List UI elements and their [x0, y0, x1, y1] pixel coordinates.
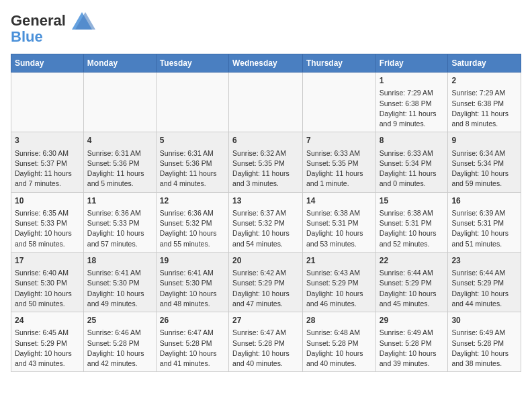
- calendar-week-2: 3Sunrise: 6:30 AMSunset: 5:37 PMDaylight…: [11, 132, 521, 192]
- day-number: 23: [451, 255, 517, 267]
- day-info: Daylight: 10 hours and 42 minutes.: [87, 349, 152, 369]
- day-info: Daylight: 10 hours and 41 minutes.: [160, 349, 225, 369]
- logo-general: General: [11, 12, 66, 29]
- day-info: Sunrise: 6:43 AM: [306, 268, 372, 278]
- day-number: 16: [451, 195, 517, 207]
- day-info: Sunset: 5:28 PM: [87, 338, 152, 349]
- day-info: Daylight: 11 hours and 0 minutes.: [380, 169, 445, 189]
- calendar-cell: 20Sunrise: 6:42 AMSunset: 5:29 PMDayligh…: [229, 252, 303, 312]
- day-info: Sunset: 6:38 PM: [451, 99, 517, 109]
- day-info: Sunrise: 6:46 AM: [87, 328, 152, 338]
- day-info: Sunset: 5:32 PM: [232, 218, 299, 228]
- calendar-cell: 6Sunrise: 6:32 AMSunset: 5:35 PMDaylight…: [229, 132, 303, 192]
- day-info: Daylight: 10 hours and 49 minutes.: [87, 289, 152, 309]
- day-info: Sunset: 5:28 PM: [306, 338, 372, 349]
- day-number: 27: [232, 315, 299, 326]
- day-info: Sunset: 5:36 PM: [160, 158, 225, 169]
- day-number: 2: [451, 75, 517, 87]
- day-info: Sunrise: 6:31 AM: [160, 148, 225, 158]
- day-info: Daylight: 10 hours and 47 minutes.: [232, 289, 299, 309]
- day-info: Daylight: 10 hours and 48 minutes.: [160, 289, 225, 309]
- calendar-cell: 7Sunrise: 6:33 AMSunset: 5:35 PMDaylight…: [302, 132, 375, 192]
- weekday-header-thursday: Thursday: [302, 54, 375, 73]
- day-info: Sunset: 5:31 PM: [306, 218, 372, 228]
- day-number: 15: [380, 195, 445, 207]
- calendar-cell: 14Sunrise: 6:38 AMSunset: 5:31 PMDayligh…: [302, 192, 375, 252]
- day-info: Sunrise: 6:38 AM: [380, 208, 445, 218]
- day-info: Sunrise: 6:42 AM: [232, 268, 299, 278]
- day-number: 4: [87, 135, 152, 146]
- day-number: 30: [451, 315, 517, 326]
- calendar-cell: 26Sunrise: 6:47 AMSunset: 5:28 PMDayligh…: [156, 312, 228, 372]
- calendar-cell: 16Sunrise: 6:39 AMSunset: 5:31 PMDayligh…: [448, 192, 521, 252]
- calendar-cell: 5Sunrise: 6:31 AMSunset: 5:36 PMDaylight…: [156, 132, 228, 192]
- day-info: Sunrise: 6:39 AM: [451, 208, 517, 218]
- day-info: Sunrise: 6:30 AM: [15, 148, 80, 158]
- day-number: 9: [451, 135, 517, 146]
- day-info: Daylight: 10 hours and 39 minutes.: [380, 349, 445, 369]
- day-info: Sunrise: 6:38 AM: [306, 208, 372, 218]
- day-info: Sunrise: 6:41 AM: [160, 268, 225, 278]
- day-info: Sunrise: 6:33 AM: [306, 148, 372, 158]
- day-info: Sunset: 5:31 PM: [380, 218, 445, 228]
- day-number: 5: [160, 135, 225, 146]
- calendar-cell: 27Sunrise: 6:47 AMSunset: 5:28 PMDayligh…: [229, 312, 303, 372]
- day-info: Sunrise: 6:49 AM: [451, 328, 517, 338]
- calendar-header: SundayMondayTuesdayWednesdayThursdayFrid…: [11, 54, 521, 73]
- calendar-cell: 13Sunrise: 6:37 AMSunset: 5:32 PMDayligh…: [229, 192, 303, 252]
- weekday-header-tuesday: Tuesday: [156, 54, 228, 73]
- day-info: Sunrise: 6:34 AM: [451, 148, 517, 158]
- day-info: Daylight: 10 hours and 53 minutes.: [306, 228, 372, 248]
- calendar-week-4: 17Sunrise: 6:40 AMSunset: 5:30 PMDayligh…: [11, 252, 521, 312]
- day-info: Sunset: 5:31 PM: [451, 218, 517, 228]
- weekday-header-saturday: Saturday: [448, 54, 521, 73]
- day-info: Daylight: 10 hours and 40 minutes.: [232, 349, 299, 369]
- day-info: Sunset: 5:29 PM: [451, 278, 517, 288]
- day-info: Sunset: 5:30 PM: [15, 278, 80, 288]
- day-info: Sunrise: 6:44 AM: [451, 268, 517, 278]
- day-info: Sunset: 6:38 PM: [380, 99, 445, 109]
- day-number: 3: [15, 135, 80, 146]
- day-info: Sunrise: 6:47 AM: [160, 328, 225, 338]
- day-info: Daylight: 11 hours and 8 minutes.: [451, 109, 517, 129]
- day-info: Sunset: 5:28 PM: [160, 338, 225, 349]
- day-info: Sunrise: 6:37 AM: [232, 208, 299, 218]
- day-info: Sunset: 5:36 PM: [87, 158, 152, 169]
- day-info: Sunrise: 6:40 AM: [15, 268, 80, 278]
- calendar-table: SundayMondayTuesdayWednesdayThursdayFrid…: [11, 54, 521, 372]
- day-info: Daylight: 10 hours and 44 minutes.: [451, 289, 517, 309]
- calendar-week-1: 1Sunrise: 7:29 AMSunset: 6:38 PMDaylight…: [11, 73, 521, 132]
- day-info: Sunset: 5:35 PM: [306, 158, 372, 169]
- day-info: Daylight: 10 hours and 57 minutes.: [87, 228, 152, 248]
- day-info: Daylight: 10 hours and 43 minutes.: [15, 349, 80, 369]
- day-info: Sunrise: 6:33 AM: [380, 148, 445, 158]
- weekday-header-friday: Friday: [375, 54, 448, 73]
- day-info: Sunrise: 6:36 AM: [160, 208, 225, 218]
- day-number: 19: [160, 255, 225, 267]
- calendar-week-5: 24Sunrise: 6:45 AMSunset: 5:29 PMDayligh…: [11, 312, 521, 372]
- day-number: 10: [15, 195, 80, 207]
- day-info: Sunrise: 6:47 AM: [232, 328, 299, 338]
- calendar-cell: 19Sunrise: 6:41 AMSunset: 5:30 PMDayligh…: [156, 252, 228, 312]
- day-info: Sunset: 5:28 PM: [232, 338, 299, 349]
- calendar-cell: 25Sunrise: 6:46 AMSunset: 5:28 PMDayligh…: [83, 312, 156, 372]
- calendar-cell: [83, 73, 156, 132]
- day-info: Sunrise: 6:31 AM: [87, 148, 152, 158]
- day-info: Sunrise: 6:45 AM: [15, 328, 80, 338]
- calendar-cell: 24Sunrise: 6:45 AMSunset: 5:29 PMDayligh…: [11, 312, 84, 372]
- day-info: Sunset: 5:35 PM: [232, 158, 299, 169]
- calendar-cell: 21Sunrise: 6:43 AMSunset: 5:29 PMDayligh…: [302, 252, 375, 312]
- day-info: Daylight: 10 hours and 46 minutes.: [306, 289, 372, 309]
- calendar-cell: 3Sunrise: 6:30 AMSunset: 5:37 PMDaylight…: [11, 132, 84, 192]
- day-info: Sunrise: 7:29 AM: [451, 88, 517, 98]
- day-number: 24: [15, 315, 80, 326]
- day-info: Sunrise: 6:35 AM: [15, 208, 80, 218]
- calendar-cell: 15Sunrise: 6:38 AMSunset: 5:31 PMDayligh…: [375, 192, 448, 252]
- day-info: Sunset: 5:29 PM: [380, 278, 445, 288]
- day-info: Daylight: 10 hours and 59 minutes.: [451, 169, 517, 189]
- weekday-header-wednesday: Wednesday: [229, 54, 303, 73]
- day-number: 17: [15, 255, 80, 267]
- calendar-cell: [229, 73, 303, 132]
- day-info: Daylight: 10 hours and 45 minutes.: [380, 289, 445, 309]
- day-number: 28: [306, 315, 372, 326]
